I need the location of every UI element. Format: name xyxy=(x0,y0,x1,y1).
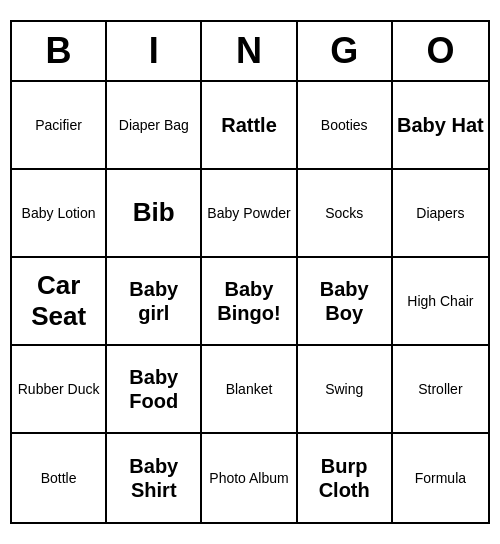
bingo-grid: PacifierDiaper BagRattleBootiesBaby HatB… xyxy=(12,82,488,522)
cell-label: Baby Shirt xyxy=(111,454,196,502)
bingo-cell: Stroller xyxy=(393,346,488,434)
bingo-cell: High Chair xyxy=(393,258,488,346)
cell-label: Diapers xyxy=(416,205,464,222)
bingo-cell: Burp Cloth xyxy=(298,434,393,522)
bingo-cell: Baby Bingo! xyxy=(202,258,297,346)
cell-label: Pacifier xyxy=(35,117,82,134)
cell-label: Burp Cloth xyxy=(302,454,387,502)
cell-label: Bottle xyxy=(41,470,77,487)
bingo-cell: Baby Lotion xyxy=(12,170,107,258)
cell-label: Stroller xyxy=(418,381,462,398)
cell-label: Baby Hat xyxy=(397,113,484,137)
header-letter: N xyxy=(202,22,297,80)
header-letter: I xyxy=(107,22,202,80)
cell-label: Baby Food xyxy=(111,365,196,413)
cell-label: High Chair xyxy=(407,293,473,310)
cell-label: Baby Powder xyxy=(207,205,290,222)
cell-label: Photo Album xyxy=(209,470,288,487)
header-letter: G xyxy=(298,22,393,80)
bingo-header: BINGO xyxy=(12,22,488,82)
bingo-cell: Swing xyxy=(298,346,393,434)
cell-label: Rubber Duck xyxy=(18,381,100,398)
cell-label: Rattle xyxy=(221,113,277,137)
cell-label: Baby Boy xyxy=(302,277,387,325)
bingo-cell: Diaper Bag xyxy=(107,82,202,170)
bingo-cell: Socks xyxy=(298,170,393,258)
bingo-cell: Car Seat xyxy=(12,258,107,346)
bingo-cell: Baby Boy xyxy=(298,258,393,346)
header-letter: B xyxy=(12,22,107,80)
bingo-cell: Formula xyxy=(393,434,488,522)
bingo-cell: Bib xyxy=(107,170,202,258)
cell-label: Socks xyxy=(325,205,363,222)
bingo-cell: Photo Album xyxy=(202,434,297,522)
bingo-cell: Rattle xyxy=(202,82,297,170)
cell-label: Swing xyxy=(325,381,363,398)
bingo-cell: Booties xyxy=(298,82,393,170)
cell-label: Blanket xyxy=(226,381,273,398)
bingo-cell: Diapers xyxy=(393,170,488,258)
cell-label: Booties xyxy=(321,117,368,134)
cell-label: Baby Lotion xyxy=(22,205,96,222)
bingo-cell: Baby Shirt xyxy=(107,434,202,522)
bingo-cell: Baby Powder xyxy=(202,170,297,258)
bingo-card: BINGO PacifierDiaper BagRattleBootiesBab… xyxy=(10,20,490,524)
bingo-cell: Blanket xyxy=(202,346,297,434)
bingo-cell: Baby girl xyxy=(107,258,202,346)
bingo-cell: Pacifier xyxy=(12,82,107,170)
header-letter: O xyxy=(393,22,488,80)
cell-label: Baby Bingo! xyxy=(206,277,291,325)
cell-label: Baby girl xyxy=(111,277,196,325)
cell-label: Formula xyxy=(415,470,466,487)
bingo-cell: Bottle xyxy=(12,434,107,522)
cell-label: Bib xyxy=(133,197,175,228)
bingo-cell: Rubber Duck xyxy=(12,346,107,434)
cell-label: Car Seat xyxy=(16,270,101,332)
bingo-cell: Baby Hat xyxy=(393,82,488,170)
bingo-cell: Baby Food xyxy=(107,346,202,434)
cell-label: Diaper Bag xyxy=(119,117,189,134)
